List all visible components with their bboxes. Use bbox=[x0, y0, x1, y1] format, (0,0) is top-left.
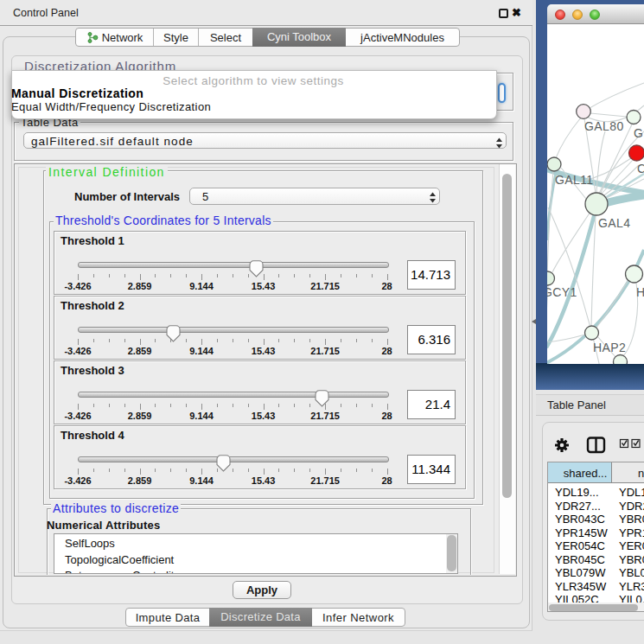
svg-text:C: C bbox=[637, 162, 644, 175]
svg-text:GCY1: GCY1 bbox=[547, 285, 577, 299]
svg-text:G...: G... bbox=[634, 126, 644, 140]
svg-text:GAL4: GAL4 bbox=[598, 216, 630, 230]
svg-text:H: H bbox=[636, 285, 644, 299]
svg-text:GAL80: GAL80 bbox=[584, 119, 624, 133]
svg-text:GAL11: GAL11 bbox=[555, 173, 594, 187]
svg-text:HAP2: HAP2 bbox=[593, 341, 626, 354]
